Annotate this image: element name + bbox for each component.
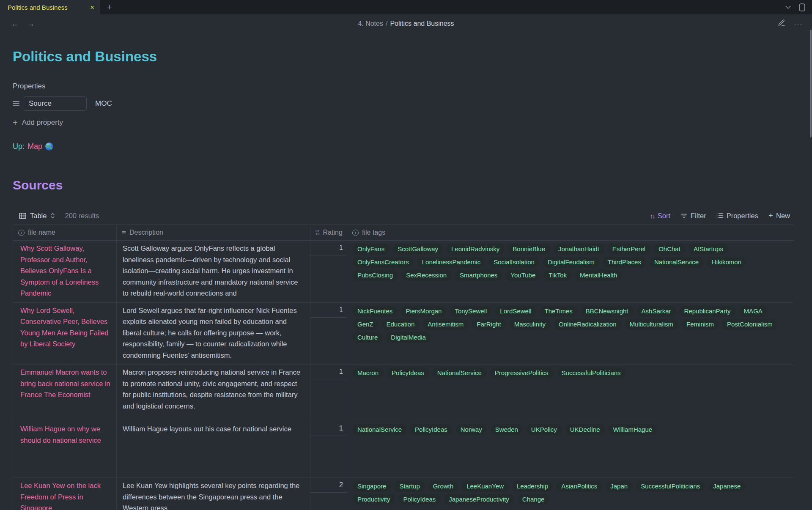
tab-politics-and-business[interactable]: Politics and Business × — [0, 0, 100, 14]
tag-pill[interactable]: MentalHealth — [575, 270, 622, 281]
file-name-link[interactable]: Lee Kuan Yew on the lack Freedom of Pres… — [20, 482, 101, 510]
tag-pill[interactable]: SocialIsolation — [489, 257, 539, 268]
tag-pill[interactable]: OnlineRadicalization — [554, 319, 621, 330]
scrollbar-thumb[interactable] — [810, 30, 812, 137]
tag-pill[interactable]: PolicyIdeas — [387, 367, 429, 378]
tag-pill[interactable]: UKPolicy — [527, 424, 562, 435]
tag-pill[interactable]: Japan — [606, 481, 632, 492]
tag-pill[interactable]: BBCNewsnight — [581, 306, 633, 317]
tag-pill[interactable]: Growth — [428, 481, 458, 492]
tag-pill[interactable]: Antisemitism — [423, 319, 468, 330]
column-header-file-tags[interactable]: i file tags — [347, 225, 794, 240]
tag-pill[interactable]: Culture — [353, 332, 382, 343]
tag-pill[interactable]: JapaneseProductivity — [444, 494, 514, 505]
tag-pill[interactable]: Singapore — [353, 481, 391, 492]
rating-value[interactable]: 1 — [310, 243, 347, 255]
rating-cell[interactable]: 1 — [310, 365, 347, 421]
tag-pill[interactable]: EstherPerel — [608, 244, 650, 255]
description-cell[interactable]: Lee Kuan Yew highlights several key poin… — [117, 478, 310, 510]
tab-close-icon[interactable]: × — [90, 4, 94, 11]
tag-pill[interactable]: NationalService — [433, 367, 486, 378]
tag-pill[interactable]: OhChat — [654, 244, 685, 255]
tag-pill[interactable]: TikTok — [544, 270, 571, 281]
file-name-link[interactable]: Why Lord Sewell, Conservative Peer, Beli… — [20, 307, 109, 348]
tag-pill[interactable]: OnlyFans — [353, 244, 389, 255]
sidebar-toggle-icon[interactable] — [799, 3, 805, 11]
rating-cell[interactable]: 1 — [310, 421, 347, 477]
forward-icon[interactable]: → — [27, 19, 35, 28]
tag-pill[interactable]: Productivity — [353, 494, 395, 505]
tag-pill[interactable]: NickFuentes — [353, 306, 397, 317]
rating-value[interactable]: 1 — [310, 423, 347, 436]
back-icon[interactable]: ← — [11, 19, 19, 28]
sort-button[interactable]: ↑↓ Sort — [650, 212, 670, 220]
new-tab-button[interactable]: + — [100, 0, 119, 14]
description-cell[interactable]: William Hague layouts out his case for n… — [117, 421, 310, 477]
tag-pill[interactable]: NationalService — [650, 257, 703, 268]
more-options-icon[interactable]: ··· — [794, 22, 803, 26]
tag-pill[interactable]: UKDecline — [565, 424, 605, 435]
tag-pill[interactable]: Education — [382, 319, 420, 330]
tag-pill[interactable]: LonelinessPandemic — [417, 257, 485, 268]
tag-pill[interactable]: Hikikomori — [707, 257, 746, 268]
tag-pill[interactable]: MAGA — [739, 306, 767, 317]
add-property-button[interactable]: + Add property — [13, 118, 812, 127]
rating-value[interactable]: 2 — [310, 480, 347, 493]
tag-pill[interactable]: AsianPolitics — [557, 481, 602, 492]
file-name-link[interactable]: Emmanuel Macron wants to bring back nati… — [20, 368, 110, 398]
tag-pill[interactable]: PolicyIdeas — [399, 494, 441, 505]
column-header-rating[interactable]: 0110 Rating — [310, 225, 347, 240]
tag-pill[interactable]: DigitalFeudalism — [543, 257, 599, 268]
tag-pill[interactable]: Leadership — [512, 481, 553, 492]
tag-pill[interactable]: ScottGalloway — [393, 244, 443, 255]
tag-pill[interactable]: SuccessfulPoliticians — [636, 481, 705, 492]
tag-pill[interactable]: Change — [518, 494, 549, 505]
tag-pill[interactable]: ThirdPlaces — [603, 257, 646, 268]
tag-pill[interactable]: Feminism — [682, 319, 719, 330]
column-header-description[interactable]: ≡ Description — [117, 225, 310, 240]
tag-pill[interactable]: JonathanHaidt — [554, 244, 604, 255]
view-selector[interactable]: Table — [30, 212, 47, 220]
map-link[interactable]: Map — [27, 142, 42, 151]
tag-pill[interactable]: WilliamHague — [609, 424, 657, 435]
tag-pill[interactable]: PiersMorgan — [401, 306, 446, 317]
tag-pill[interactable]: PubsClosing — [353, 270, 398, 281]
edit-pencil-icon[interactable] — [778, 19, 785, 28]
tag-pill[interactable]: YouTube — [506, 270, 540, 281]
view-selector-chevrons-icon[interactable] — [50, 212, 55, 219]
tag-pill[interactable]: LeonidRadvinsky — [447, 244, 504, 255]
rating-cell[interactable]: 2 — [310, 478, 347, 510]
rating-cell[interactable]: 1 — [310, 303, 347, 365]
description-cell[interactable]: Macron proposes reintroducing national s… — [117, 365, 310, 421]
column-header-file-name[interactable]: i file name — [13, 225, 117, 240]
tag-pill[interactable]: Norway — [456, 424, 487, 435]
tag-pill[interactable]: Smartphones — [455, 270, 502, 281]
tag-pill[interactable]: TonySewell — [450, 306, 491, 317]
tag-pill[interactable]: AshSarkar — [637, 306, 676, 317]
new-button[interactable]: + New — [768, 211, 790, 220]
tag-pill[interactable]: LeeKuanYew — [462, 481, 508, 492]
tag-pill[interactable]: SuccessfulPoliticians — [557, 367, 625, 378]
filter-button[interactable]: Filter — [680, 212, 706, 220]
tag-pill[interactable]: FarRight — [472, 319, 506, 330]
rating-value[interactable]: 1 — [310, 367, 347, 379]
tag-pill[interactable]: PostColonialism — [722, 319, 777, 330]
tag-pill[interactable]: RepublicanParty — [680, 306, 735, 317]
file-name-link[interactable]: William Hague on why we should do nation… — [20, 425, 101, 444]
property-value[interactable]: MOC — [95, 99, 112, 108]
tag-pill[interactable]: GenZ — [353, 319, 378, 330]
file-name-link[interactable]: Why Scott Galloway, Professor and Author… — [20, 244, 99, 297]
chevron-down-icon[interactable] — [785, 5, 791, 9]
rating-cell[interactable]: 1 — [310, 241, 347, 302]
property-type-icon[interactable] — [13, 101, 19, 106]
tag-pill[interactable]: NationalService — [353, 424, 406, 435]
property-key-input[interactable] — [24, 96, 87, 111]
tag-pill[interactable]: Masculinity — [510, 319, 550, 330]
tag-pill[interactable]: LordSewell — [495, 306, 536, 317]
tag-pill[interactable]: SexRecession — [401, 270, 451, 281]
description-cell[interactable]: Scott Galloway argues OnlyFans reflects … — [117, 241, 310, 302]
tag-pill[interactable]: TheTimes — [540, 306, 577, 317]
tag-pill[interactable]: DigitalMedia — [386, 332, 431, 343]
tag-pill[interactable]: OnlyFansCreators — [353, 257, 414, 268]
breadcrumb-current[interactable]: Politics and Business — [390, 20, 454, 27]
